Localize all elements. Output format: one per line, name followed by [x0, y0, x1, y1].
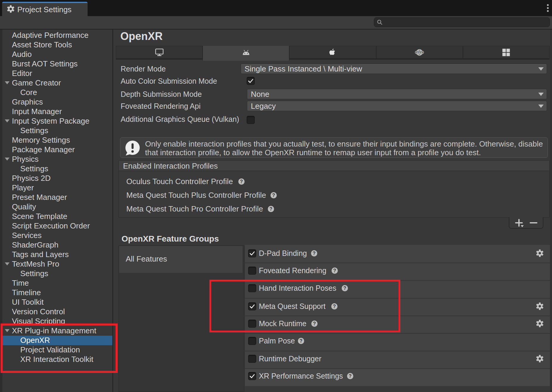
svg-text:WWW: WWW — [416, 51, 423, 54]
